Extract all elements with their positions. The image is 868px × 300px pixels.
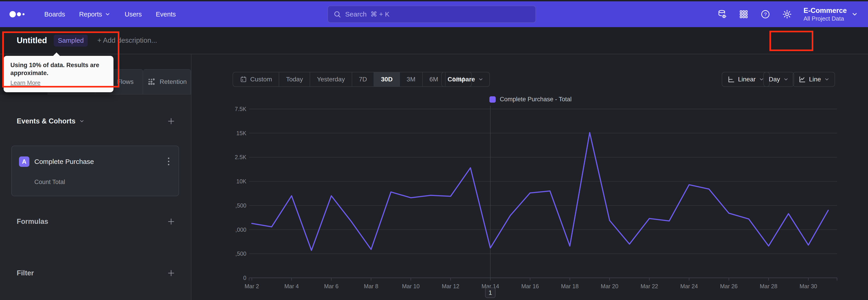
nav-item-label: Reports: [79, 11, 102, 18]
filter-section: Filter: [17, 268, 176, 278]
svg-text:Mar 8: Mar 8: [364, 283, 378, 289]
tooltip-arrow: [53, 53, 60, 56]
event-series-badge: A: [19, 156, 29, 167]
nav-item-label: Users: [125, 11, 142, 18]
svg-text:12.5K: 12.5K: [235, 154, 246, 160]
formulas-label: Formulas: [17, 217, 49, 226]
event-measurement[interactable]: Count Total: [34, 179, 65, 186]
svg-text:15K: 15K: [237, 130, 247, 136]
tab-retention[interactable]: Retention: [143, 69, 191, 94]
chevron-down-icon: [478, 77, 484, 82]
chevron-down-icon: [79, 118, 85, 124]
sampling-tooltip: Using 10% of data. Results are approxima…: [4, 56, 114, 92]
chevron-down-icon: [824, 77, 830, 82]
svg-text:Mar 20: Mar 20: [601, 283, 618, 289]
nav-item-reports[interactable]: Reports: [79, 11, 111, 18]
range-yesterday[interactable]: Yesterday: [310, 72, 352, 86]
top-navbar: Boards Reports Users Events: [0, 1, 868, 27]
add-event-button[interactable]: [166, 116, 176, 126]
project-name: E-Commerce: [804, 6, 847, 15]
svg-text:Mar 16: Mar 16: [521, 283, 539, 289]
svg-text:Mar 26: Mar 26: [720, 283, 738, 289]
range-3m[interactable]: 3M: [400, 72, 423, 86]
chevron-down-icon: [783, 77, 789, 82]
sidebar-panel: Events & Cohorts A Complete Purchase Cou…: [0, 94, 191, 300]
chevron-down-icon: [851, 11, 858, 18]
nav-item-users[interactable]: Users: [125, 11, 142, 18]
svg-text:Mar 4: Mar 4: [284, 283, 299, 289]
event-title: Complete Purchase: [34, 158, 94, 166]
range-today[interactable]: Today: [279, 72, 310, 86]
compare-dropdown[interactable]: Compare: [441, 72, 490, 87]
report-header: Untitled Sampled + Add description...: [0, 27, 868, 54]
add-filter-button[interactable]: [166, 268, 176, 278]
apps-grid-icon[interactable]: [739, 9, 749, 20]
pagination-page-1[interactable]: 1: [485, 288, 495, 298]
mixpanel-insights-app: Boards Reports Users Events: [0, 0, 868, 300]
svg-text:5,000: 5,000: [235, 227, 246, 233]
insights-line-chart[interactable]: 02,5005,0007,50010K12.5K15K17.5KMar 2Mar…: [235, 99, 845, 298]
svg-text:7,500: 7,500: [235, 202, 246, 209]
range-7d[interactable]: 7D: [352, 72, 374, 86]
help-icon[interactable]: ?: [760, 9, 771, 20]
chart-type-dropdown[interactable]: Line: [793, 72, 835, 87]
global-search[interactable]: [328, 6, 536, 23]
events-cohorts-header: Events & Cohorts: [17, 116, 176, 126]
scale-dropdown[interactable]: Linear: [722, 72, 770, 87]
nav-item-boards[interactable]: Boards: [44, 11, 65, 18]
range-30d[interactable]: 30D: [374, 72, 400, 86]
tooltip-text: Using 10% of data. Results are approxima…: [10, 61, 107, 77]
svg-text:Mar 24: Mar 24: [680, 283, 698, 289]
project-switcher[interactable]: E-Commerce All Project Data: [804, 6, 858, 22]
svg-text:0: 0: [243, 275, 246, 281]
svg-text:Mar 2: Mar 2: [245, 283, 259, 289]
tab-label: Flows: [117, 78, 133, 86]
tab-label: Retention: [160, 78, 187, 86]
learn-more-link[interactable]: Learn More: [10, 79, 40, 86]
data-management-icon[interactable]: [717, 9, 727, 20]
svg-text:Mar 22: Mar 22: [641, 283, 658, 289]
search-input[interactable]: [345, 10, 530, 18]
report-title[interactable]: Untitled: [17, 36, 47, 45]
svg-text:Mar 30: Mar 30: [800, 283, 817, 289]
svg-text:Mar 12: Mar 12: [442, 283, 459, 289]
svg-text:17.5K: 17.5K: [235, 106, 246, 112]
add-description[interactable]: + Add description...: [97, 36, 157, 44]
project-scope: All Project Data: [804, 15, 847, 22]
filter-label: Filter: [17, 269, 34, 277]
svg-text:2,500: 2,500: [235, 250, 246, 257]
sampled-badge[interactable]: Sampled: [54, 35, 88, 47]
search-icon: [333, 10, 341, 18]
formulas-section: Formulas: [17, 217, 176, 227]
settings-gear-icon[interactable]: [782, 9, 792, 20]
mixpanel-logo-icon[interactable]: [9, 9, 28, 19]
line-chart-icon: [798, 76, 806, 83]
svg-text:10K: 10K: [237, 178, 247, 184]
nav-item-label: Boards: [44, 11, 65, 18]
retention-icon: [147, 77, 156, 86]
interval-dropdown[interactable]: Day: [763, 72, 794, 87]
date-range-segmented-control: Custom Today Yesterday 7D 30D 3M 6M 12M: [232, 72, 472, 87]
chevron-down-icon: [105, 11, 111, 17]
svg-text:Mar 18: Mar 18: [561, 283, 579, 289]
linear-scale-icon: [727, 76, 735, 83]
events-cohorts-label[interactable]: Events & Cohorts: [17, 117, 85, 125]
add-formula-button[interactable]: [166, 217, 176, 227]
calendar-icon: [240, 76, 247, 83]
event-card-complete-purchase[interactable]: A Complete Purchase Count Total: [11, 146, 179, 196]
svg-text:Mar 10: Mar 10: [402, 283, 420, 289]
svg-text:?: ?: [764, 11, 767, 17]
nav-item-label: Events: [156, 11, 176, 18]
svg-text:Mar 6: Mar 6: [324, 283, 339, 289]
svg-text:Mar 28: Mar 28: [760, 283, 777, 289]
range-custom[interactable]: Custom: [233, 72, 279, 86]
kebab-menu-icon[interactable]: [164, 155, 173, 168]
nav-item-events[interactable]: Events: [156, 11, 176, 18]
chart-module: Custom Today Yesterday 7D 30D 3M 6M 12M …: [191, 54, 868, 300]
chart-controls: Custom Today Yesterday 7D 30D 3M 6M 12M …: [191, 54, 868, 94]
